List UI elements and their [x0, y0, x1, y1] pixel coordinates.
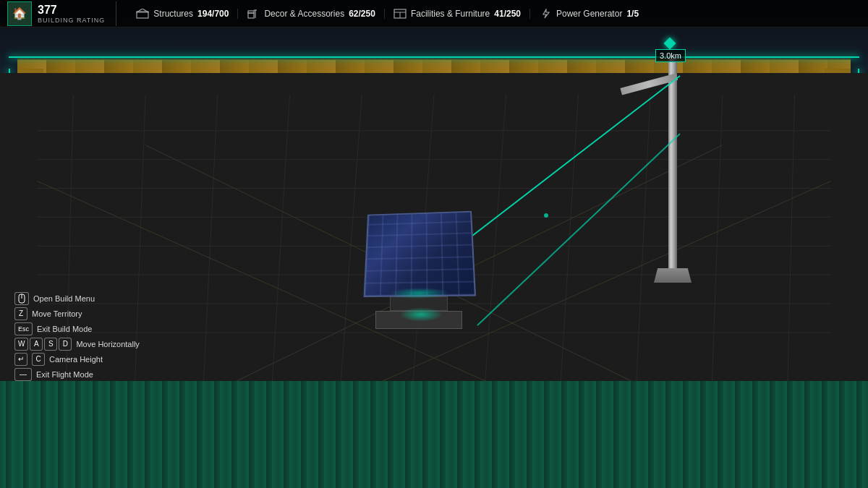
power-count: 1/5 [626, 9, 639, 19]
solar-panel [365, 210, 480, 304]
move-territory-label: Move Territory [32, 309, 82, 318]
exit-flight-label: Exit Flight Mode [36, 370, 93, 379]
move-horizontal-label: Move Horizontally [76, 340, 139, 348]
rating-number: 377 [38, 3, 105, 17]
structures-label: Structures [153, 9, 193, 19]
power-icon [539, 9, 552, 19]
svg-line-17 [712, 95, 723, 390]
decor-icon [247, 9, 260, 19]
keybind-build-menu: Open Build Menu [14, 292, 140, 305]
rating-info: 377 BUILDING RATING [38, 3, 105, 25]
keybind-exit-flight: — Exit Flight Mode [14, 368, 140, 381]
building-rating: 🏠 377 BUILDING RATING [7, 1, 116, 26]
exit-build-label: Exit Build Mode [37, 325, 92, 333]
w-key-badge: W [14, 338, 28, 351]
category-decor[interactable]: Decor & Accessories 62/250 [238, 9, 384, 19]
svg-line-18 [788, 95, 795, 390]
c-key-badge: C [32, 353, 45, 366]
svg-rect-29 [248, 13, 254, 18]
metal-pole [668, 59, 677, 275]
category-facilities[interactable]: Facilities & Furniture 41/250 [385, 9, 530, 19]
keybind-move-horizontal: W A S D Move Horizontally [14, 338, 140, 351]
camera-height-label: Camera Height [49, 355, 103, 364]
svg-line-15 [561, 95, 579, 390]
teal-glow-top [9, 56, 859, 58]
mouse-key-badge [14, 292, 29, 305]
svg-line-10 [203, 95, 218, 390]
keybind-camera-height: ↵ C Camera Height [14, 353, 140, 366]
facilities-icon [393, 9, 407, 19]
solar-panel-face [364, 211, 477, 297]
svg-line-16 [636, 95, 650, 390]
keybind-exit-build: Esc Exit Build Mode [14, 322, 140, 335]
category-structures[interactable]: Structures 194/700 [127, 9, 238, 19]
esc-key-badge: Esc [14, 322, 33, 335]
enter-key-badge: ↵ [14, 353, 27, 366]
generator-glow [399, 307, 443, 322]
structures-icon [136, 9, 149, 19]
power-label: Power Generator [556, 9, 622, 19]
svg-line-11 [272, 95, 290, 390]
build-menu-label: Open Build Menu [33, 294, 95, 303]
keybind-move-territory: Z Move Territory [14, 307, 140, 320]
bottom-wall [0, 381, 868, 489]
svg-rect-30 [248, 11, 254, 13]
decor-count: 62/250 [349, 9, 375, 19]
z-key-badge: Z [14, 307, 27, 320]
distance-marker: 3.0km [655, 49, 686, 62]
dash-key-badge: — [14, 368, 32, 381]
rating-label: BUILDING RATING [38, 17, 105, 25]
s-key-badge: S [44, 338, 57, 351]
svg-line-14 [485, 95, 506, 390]
building-icon: 🏠 [7, 1, 32, 26]
hud-topbar: 🏠 377 BUILDING RATING Structures 194/700 [0, 0, 868, 27]
wasd-group: W A S D [14, 338, 72, 351]
distance-text: 3.0km [660, 51, 681, 60]
svg-line-12 [340, 95, 362, 390]
structures-count: 194/700 [197, 9, 229, 19]
decor-label: Decor & Accessories [264, 9, 344, 19]
facilities-label: Facilities & Furniture [411, 9, 490, 19]
game-viewport: 3.0km 🏠 377 BUILDING RATING Structures 1… [0, 0, 868, 488]
keybinds-panel: Open Build Menu Z Move Territory Esc Exi… [14, 292, 140, 381]
category-power[interactable]: Power Generator 1/5 [530, 9, 647, 19]
facilities-count: 41/250 [494, 9, 521, 19]
d-key-badge: D [59, 338, 72, 351]
a-key-badge: A [30, 338, 43, 351]
